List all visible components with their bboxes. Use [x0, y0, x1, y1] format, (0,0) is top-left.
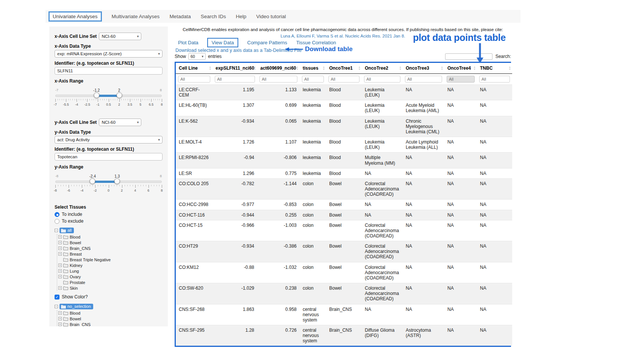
filter-input-oncotree4[interactable] [447, 76, 475, 83]
tree-item-ovary[interactable]: +Ovary [58, 274, 163, 279]
table-row[interactable]: CO:HCC-2998-0.977-0.853colonBowelNANANAN… [176, 200, 512, 210]
filter-input-tnbc[interactable] [479, 76, 510, 83]
slider-handle-from[interactable] [90, 178, 95, 184]
tab-view-data[interactable]: View Data [207, 38, 238, 47]
sort-icon[interactable]: ▲▼ [358, 66, 361, 70]
filter-input-oncotree3[interactable] [405, 76, 442, 83]
col-header-tnbc[interactable]: TNBC▲▼ [477, 63, 512, 74]
col-header-act609699-nci60[interactable]: act609699_nci60▲▼ [257, 63, 300, 74]
filter-input-expslfn11-nci60[interactable] [215, 76, 255, 83]
sort-icon[interactable]: ▲▼ [509, 66, 511, 70]
x-cell-line-set-select[interactable]: NCI-60 ▾ [99, 33, 141, 40]
entries-select[interactable]: 60 ▾ [188, 53, 206, 60]
y-range-slider[interactable]: -8 8 -2.4 1.3 -8-6-4-202468 [55, 176, 162, 197]
col-header-oncotree3[interactable]: OncoTree3▲▼ [403, 63, 444, 74]
x-data-type-select[interactable]: exp: mRNA Expression (Z-Score) ▾ [55, 50, 163, 58]
tree-item-bowel[interactable]: +Bowel [58, 316, 163, 321]
tree-root-no-selection[interactable]: − no_selection [55, 303, 163, 310]
tree-item-blood[interactable]: +Blood [58, 234, 163, 240]
collapse-icon[interactable]: − [55, 229, 58, 232]
filter-input-oncotree2[interactable] [364, 76, 400, 83]
col-header-oncotree2[interactable]: OncoTree2▲▼ [362, 63, 403, 74]
slider-handle-to[interactable] [114, 178, 120, 184]
search-input[interactable] [445, 53, 492, 60]
collapse-icon[interactable]: − [55, 305, 58, 308]
expand-icon[interactable]: + [58, 275, 62, 278]
x-identifier-input[interactable] [55, 67, 163, 75]
expand-icon[interactable]: + [58, 317, 62, 320]
tab-tissue-correlation[interactable]: Tissue Correlation [296, 40, 336, 45]
tree-item-breast[interactable]: +Breast [58, 251, 163, 257]
table-row[interactable]: LE:SR1.2960.775leukemiaBloodNANANANA [176, 168, 512, 178]
citation-link[interactable]: Luna A, Elloumi F, Varma S et al. Nuclei… [281, 34, 405, 38]
radio-to-include[interactable]: To include [55, 211, 163, 218]
tree-item-brain-cns[interactable]: +Brain_CNS [58, 321, 163, 326]
nav-item-help[interactable]: Help [236, 14, 246, 19]
col-header-cell-line[interactable]: Cell Line▲▼ [176, 63, 213, 74]
table-row[interactable]: CO:HCT-15-0.966-1.003colonBowelColorecta… [176, 220, 512, 241]
sort-icon[interactable]: ▲▼ [399, 66, 402, 70]
table-row[interactable]: LE:K-562-0.9340.065leukemiaBloodLeukemia… [176, 116, 512, 137]
expand-icon[interactable]: + [58, 252, 62, 256]
expand-icon[interactable]: + [58, 264, 62, 267]
expand-icon[interactable]: + [58, 241, 62, 244]
table-row[interactable]: CO:SW-620-1.0290.238colonBowelColorectal… [176, 283, 512, 304]
tree-item-blood[interactable]: +Blood [58, 310, 163, 316]
tree-item-prostate[interactable]: Prostate [58, 279, 163, 285]
tree-item-skin[interactable]: +Skin [58, 285, 163, 291]
radio-to-exclude[interactable]: To exclude [55, 218, 163, 225]
nav-item-video-tutorial[interactable]: Video tutorial [256, 14, 286, 19]
slider-handle-to[interactable] [116, 92, 122, 98]
sort-icon[interactable]: ▲▼ [323, 66, 325, 70]
table-row[interactable]: CO:HCT-116-0.9440.255colonBowelNANANANA [176, 210, 512, 220]
table-row[interactable]: LE:CCRF-CEM1.1951.133leukemiaBloodLeukem… [176, 85, 512, 100]
y-cell-line-set-select[interactable]: NCI-60 ▾ [99, 119, 141, 126]
table-row[interactable]: CO:HT29-0.934-0.386colonBowelColorectal … [176, 241, 512, 262]
expand-icon[interactable]: + [58, 286, 62, 290]
nav-item-multivariate-analyses[interactable]: Multivariate Analyses [112, 14, 160, 19]
table-row[interactable]: CO:COLO 205-0.782-1.144colonBowelColorec… [176, 178, 512, 199]
filter-input-cell-line[interactable] [178, 76, 210, 83]
nav-item-univariate-analyses[interactable]: Univariate Analyses [48, 11, 102, 22]
filter-input-act609699-nci60[interactable] [259, 76, 297, 83]
show-color-checkbox[interactable]: ✓ Show Color? [55, 294, 163, 300]
expand-icon[interactable]: + [58, 311, 62, 315]
sort-icon[interactable]: ▲▼ [296, 66, 299, 70]
tree-item-lung[interactable]: +Lung [58, 268, 163, 274]
table-row[interactable]: CNS:SF-2681.8630.958central nervous syst… [176, 304, 512, 325]
table-row[interactable]: CNS:SF-2951.280.726central nervous syste… [176, 325, 512, 346]
tab-plot-data[interactable]: Plot Data [178, 40, 198, 45]
tree-item-kidney[interactable]: +Kidney [58, 262, 163, 268]
sort-icon[interactable]: ▲▼ [441, 66, 443, 70]
table-row[interactable]: LE:MOLT-41.7261.107leukemiaBloodLeukemia… [176, 137, 512, 153]
table-row[interactable]: CO:KM12-0.88-1.032colonBowelColorectal A… [176, 262, 512, 283]
expand-icon[interactable]: + [58, 247, 62, 250]
nav-item-metadata[interactable]: Metadata [169, 14, 191, 19]
tree-item-breast-triple-negative[interactable]: Breast Triple Negative [58, 257, 163, 262]
expand-icon[interactable]: + [58, 235, 62, 239]
col-header-expslfn11-nci60[interactable]: expSLFN11_nci60▲▼ [213, 63, 257, 74]
col-header-tissues[interactable]: tissues▲▼ [300, 63, 326, 74]
sort-icon[interactable]: ▲▼ [209, 66, 211, 70]
sort-icon[interactable]: ▲▼ [254, 66, 256, 70]
filter-input-tissues[interactable] [302, 76, 324, 83]
tree-item-bowel[interactable]: +Bowel [58, 240, 163, 245]
tab-compare-patterns[interactable]: Compare Patterns [247, 40, 288, 45]
tree-item-brain-cns[interactable]: +Brain_CNS [58, 245, 163, 251]
expand-icon[interactable]: + [58, 269, 62, 273]
expand-icon[interactable]: + [58, 323, 62, 326]
table-cell: NA [444, 325, 477, 346]
table-row[interactable]: LE:RPMI-8226-0.94-0.806leukemiaBloodMult… [176, 153, 512, 168]
sort-icon[interactable]: ▲▼ [474, 66, 476, 70]
nav-item-search-ids[interactable]: Search IDs [201, 14, 226, 19]
col-header-oncotree1[interactable]: OncoTree1▲▼ [326, 63, 362, 74]
filter-input-oncotree1[interactable] [328, 76, 360, 83]
col-header-oncotree4[interactable]: OncoTree4▲▼ [444, 63, 477, 74]
y-identifier-input[interactable] [55, 153, 163, 161]
tree-root-all[interactable]: − all [55, 227, 163, 234]
slider-handle-from[interactable] [94, 92, 99, 98]
y-data-type-select[interactable]: act: Drug Activity ▾ [55, 136, 163, 144]
download-link[interactable]: Download selected x and y axis data as a… [175, 48, 302, 53]
x-range-slider[interactable]: -7 8 -1.2 2 -7-5.5-4-2.5-10.523.556.58 [55, 90, 162, 111]
table-row[interactable]: LE:HL-60(TB)1.3070.699leukemiaBloodLeuke… [176, 100, 512, 116]
